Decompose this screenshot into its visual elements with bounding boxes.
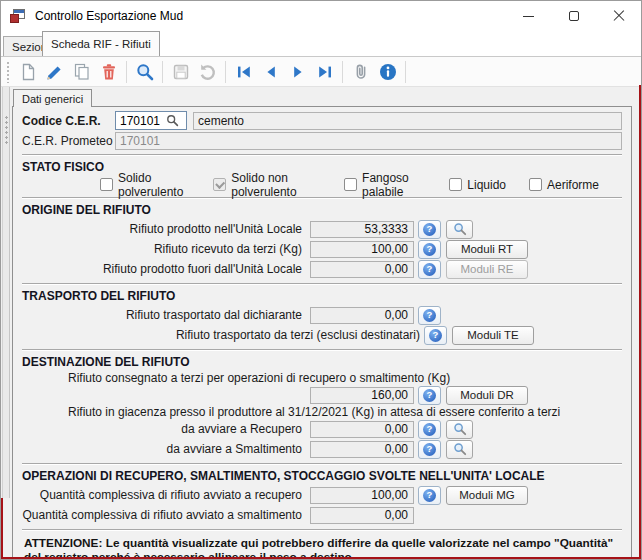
- help-button[interactable]: ?: [418, 240, 441, 259]
- help-icon: ?: [423, 443, 436, 456]
- nav-next-button[interactable]: [284, 59, 311, 85]
- tab-strip: Sezioni Scheda RIF - Rifiuti: [1, 31, 641, 56]
- magnifier-icon: [453, 442, 467, 456]
- nav-first-button[interactable]: [230, 59, 257, 85]
- window-title: Controllo Esportazione Mud: [35, 9, 183, 23]
- complessiva-smaltimento-field[interactable]: 0,00: [310, 507, 414, 524]
- toolbar-separator: [405, 61, 406, 83]
- checkbox-icon: [449, 178, 462, 191]
- destinazione-header: DESTINAZIONE DEL RIFIUTO: [22, 355, 622, 370]
- moduli-rt-button[interactable]: Moduli RT: [446, 240, 528, 259]
- toolbar-separator: [126, 61, 127, 83]
- info-button[interactable]: [374, 59, 401, 85]
- window-red-border: [1, 557, 641, 559]
- section-separator: [22, 529, 622, 531]
- detail-search-button[interactable]: [446, 420, 473, 439]
- checkbox-solido-non-polverulento: Solido non polverulento: [213, 171, 321, 199]
- paperclip-icon: [351, 62, 371, 82]
- moduli-te-button[interactable]: Moduli TE: [452, 326, 534, 345]
- help-button[interactable]: ?: [424, 326, 447, 345]
- help-button[interactable]: ?: [418, 440, 441, 459]
- row-ricevuto-da-terzi: Rifiuto ricevuto da terzi (Kg) 100,00 ? …: [22, 239, 622, 259]
- copy-button[interactable]: [68, 59, 95, 85]
- help-icon: ?: [423, 489, 436, 502]
- help-button[interactable]: ?: [418, 420, 441, 439]
- toolbar-grip[interactable]: [6, 61, 10, 83]
- help-button[interactable]: ?: [418, 386, 441, 405]
- row-avviare-recupero: da avviare a Recupero 0,00 ?: [22, 419, 622, 439]
- edit-button[interactable]: [41, 59, 68, 85]
- search-button[interactable]: [131, 59, 158, 85]
- giacenza-label: Rifiuto in giacenza presso il produttore…: [68, 405, 622, 419]
- tab-dati-generici[interactable]: Dati generici: [13, 89, 92, 107]
- checkbox-liquido[interactable]: Liquido: [449, 178, 506, 192]
- consegnato-a-terzi-label: Rifiuto consegnato a terzi per operazion…: [68, 371, 622, 385]
- section-separator: [22, 154, 622, 156]
- detail-search-button[interactable]: [446, 440, 473, 459]
- trasportato-dichiarante-field[interactable]: 0,00: [310, 307, 414, 324]
- minimize-button[interactable]: [506, 1, 551, 31]
- toolbar-separator: [342, 61, 343, 83]
- side-splitter[interactable]: [2, 87, 10, 498]
- toolbar-separator: [225, 61, 226, 83]
- row-trasportato-dichiarante: Rifiuto trasportato dal dichiarante 0,00…: [22, 305, 622, 325]
- row-prodotto-fuori-unita: Rifiuto prodotto fuori dall'Unità Locale…: [22, 259, 622, 279]
- checkbox-solido-polverulento[interactable]: Solido polverulento: [100, 171, 190, 199]
- save-button: [167, 59, 194, 85]
- client-area: Dati generici Codice C.E.R. cemento C.E.…: [1, 87, 641, 559]
- maximize-icon: [569, 11, 579, 21]
- codice-cer-label: Codice C.E.R.: [22, 114, 115, 128]
- attenzione-warning-text: ATTENZIONE: Le quantità visualizzate qui…: [22, 535, 622, 558]
- help-button[interactable]: ?: [418, 486, 441, 505]
- magnifier-icon: [453, 422, 467, 436]
- nav-next-icon: [288, 62, 308, 82]
- nav-previous-icon: [261, 62, 281, 82]
- minimize-icon: [523, 16, 534, 17]
- checkbox-aeriforme[interactable]: Aeriforme: [529, 178, 599, 192]
- codice-cer-row: Codice C.E.R. cemento: [22, 110, 622, 131]
- window-red-border: [1, 498, 3, 559]
- help-button[interactable]: ?: [418, 260, 441, 279]
- nav-first-icon: [234, 62, 254, 82]
- trasporto-header: TRASPORTO DEL RIFIUTO: [22, 289, 622, 304]
- help-button[interactable]: ?: [418, 306, 441, 325]
- prodotto-fuori-unita-field[interactable]: 0,00: [310, 261, 414, 278]
- complessiva-recupero-field[interactable]: 100,00: [310, 487, 414, 504]
- new-document-icon: [18, 62, 38, 82]
- maximize-button[interactable]: [551, 1, 596, 31]
- close-icon: [613, 10, 625, 22]
- row-complessiva-recupero: Quantità complessiva di rifiuto avviato …: [22, 485, 622, 505]
- moduli-mg-button[interactable]: Moduli MG: [446, 486, 528, 505]
- prodotto-unita-locale-field[interactable]: 53,3333: [310, 221, 414, 238]
- section-separator: [22, 283, 622, 285]
- close-button[interactable]: [596, 1, 641, 31]
- info-icon: [378, 62, 398, 82]
- row-prodotto-unita-locale: Rifiuto prodotto nell'Unità Locale 53,33…: [22, 219, 622, 239]
- moduli-dr-button[interactable]: Moduli DR: [446, 386, 528, 405]
- nav-last-button[interactable]: [311, 59, 338, 85]
- checkbox-icon: [344, 178, 357, 191]
- undo-button: [194, 59, 221, 85]
- attachment-button[interactable]: [347, 59, 374, 85]
- magnifier-icon: [453, 222, 467, 236]
- save-icon: [171, 62, 191, 82]
- cer-prometeo-row: C.E.R. Prometeo 170101: [22, 131, 622, 150]
- new-record-button[interactable]: [14, 59, 41, 85]
- search-icon: [135, 62, 155, 82]
- row-trasportato-da-terzi: Rifiuto trasportato da terzi (esclusi de…: [22, 325, 622, 345]
- checkbox-fangoso-palabile[interactable]: Fangoso palabile: [344, 171, 426, 199]
- pencil-icon: [45, 62, 65, 82]
- delete-button[interactable]: [95, 59, 122, 85]
- lookup-magnifier-icon[interactable]: [166, 114, 179, 127]
- section-separator: [22, 349, 622, 351]
- codice-cer-input[interactable]: [120, 114, 166, 128]
- help-button[interactable]: ?: [418, 220, 441, 239]
- nav-previous-button[interactable]: [257, 59, 284, 85]
- avviare-smaltimento-field[interactable]: 0,00: [310, 441, 414, 458]
- row-complessiva-smaltimento: Quantità complessiva di rifiuto avviato …: [22, 505, 622, 525]
- detail-search-button[interactable]: [446, 220, 473, 239]
- ricevuto-da-terzi-field[interactable]: 100,00: [310, 241, 414, 258]
- tab-scheda-rif-rifiuti[interactable]: Scheda RIF - Rifiuti: [42, 31, 160, 56]
- consegnato-a-terzi-field[interactable]: 160,00: [310, 387, 414, 404]
- avviare-recupero-field[interactable]: 0,00: [310, 421, 414, 438]
